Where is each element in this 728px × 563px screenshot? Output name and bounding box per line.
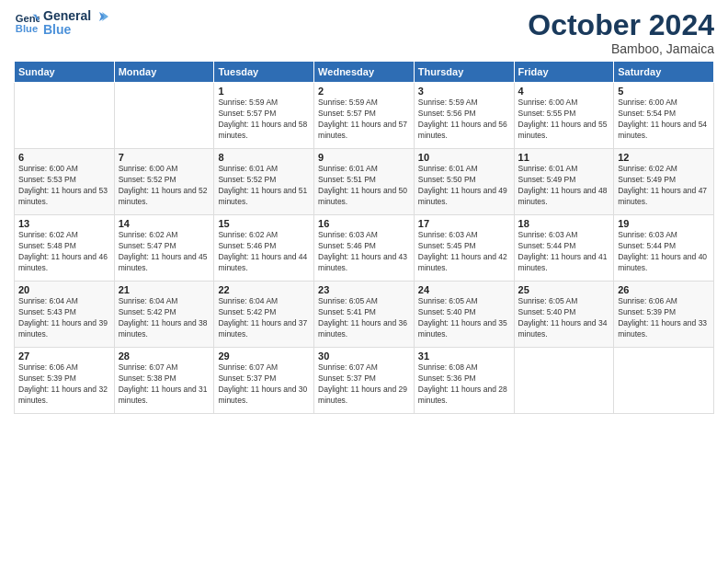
- day-number: 26: [618, 284, 710, 295]
- calendar-cell: 5Sunrise: 6:00 AMSunset: 5:54 PMDaylight…: [614, 83, 714, 149]
- day-number: 18: [518, 218, 610, 229]
- day-number: 27: [18, 350, 110, 362]
- calendar-cell: 6Sunrise: 6:00 AMSunset: 5:53 PMDaylight…: [15, 149, 115, 215]
- day-detail: Sunrise: 6:07 AMSunset: 5:38 PMDaylight:…: [119, 362, 210, 407]
- day-detail: Sunrise: 6:05 AMSunset: 5:41 PMDaylight:…: [318, 296, 410, 340]
- day-detail: Sunrise: 6:07 AMSunset: 5:37 PMDaylight:…: [218, 362, 310, 407]
- calendar-week-5: 27Sunrise: 6:06 AMSunset: 5:39 PMDayligh…: [15, 348, 714, 414]
- day-detail: Sunrise: 6:04 AMSunset: 5:42 PMDaylight:…: [119, 296, 210, 340]
- calendar-cell: 24Sunrise: 6:05 AMSunset: 5:40 PMDayligh…: [414, 282, 514, 348]
- title-block: October 2024 Bamboo, Jamaica: [528, 9, 714, 56]
- day-detail: Sunrise: 6:02 AMSunset: 5:47 PMDaylight:…: [119, 230, 210, 274]
- month-title: October 2024: [528, 9, 714, 41]
- calendar-cell: 22Sunrise: 6:04 AMSunset: 5:42 PMDayligh…: [214, 282, 314, 348]
- day-number: 7: [119, 152, 210, 163]
- day-detail: Sunrise: 6:07 AMSunset: 5:37 PMDaylight:…: [318, 362, 410, 407]
- calendar-table: SundayMondayTuesdayWednesdayThursdayFrid…: [14, 61, 714, 414]
- day-number: 16: [318, 218, 410, 229]
- logo-line2: Blue: [43, 23, 108, 37]
- day-detail: Sunrise: 6:02 AMSunset: 5:49 PMDaylight:…: [618, 164, 710, 208]
- day-number: 19: [618, 218, 710, 229]
- day-number: 30: [318, 350, 410, 362]
- day-detail: Sunrise: 5:59 AMSunset: 5:56 PMDaylight:…: [418, 98, 510, 142]
- calendar-cell: 31Sunrise: 6:08 AMSunset: 5:36 PMDayligh…: [414, 348, 514, 414]
- logo-line1: General: [43, 9, 108, 23]
- calendar-cell: 7Sunrise: 6:00 AMSunset: 5:52 PMDaylight…: [114, 149, 214, 215]
- day-number: 1: [218, 86, 310, 97]
- day-number: 17: [418, 218, 510, 229]
- day-number: 21: [119, 284, 210, 295]
- day-number: 20: [18, 284, 110, 295]
- calendar-cell: 19Sunrise: 6:03 AMSunset: 5:44 PMDayligh…: [614, 215, 714, 282]
- day-detail: Sunrise: 6:01 AMSunset: 5:51 PMDaylight:…: [318, 164, 410, 208]
- day-number: 9: [318, 152, 410, 163]
- day-detail: Sunrise: 6:05 AMSunset: 5:40 PMDaylight:…: [418, 296, 510, 340]
- weekday-header-saturday: Saturday: [614, 62, 714, 83]
- calendar-cell: [514, 348, 614, 414]
- day-number: 5: [618, 86, 710, 97]
- calendar-cell: 4Sunrise: 6:00 AMSunset: 5:55 PMDaylight…: [514, 83, 614, 149]
- day-number: 8: [218, 152, 310, 163]
- day-number: 25: [518, 284, 610, 295]
- calendar-cell: 21Sunrise: 6:04 AMSunset: 5:42 PMDayligh…: [114, 282, 214, 348]
- day-detail: Sunrise: 5:59 AMSunset: 5:57 PMDaylight:…: [218, 98, 310, 142]
- calendar-cell: 16Sunrise: 6:03 AMSunset: 5:46 PMDayligh…: [314, 215, 415, 282]
- calendar-cell: [114, 83, 214, 149]
- day-number: 23: [318, 284, 410, 295]
- day-number: 12: [618, 152, 710, 163]
- calendar-cell: [15, 83, 115, 149]
- calendar-cell: 17Sunrise: 6:03 AMSunset: 5:45 PMDayligh…: [414, 215, 514, 282]
- calendar-cell: [614, 348, 714, 414]
- page-container: General Blue General Blue October 2024 B…: [0, 0, 728, 423]
- calendar-week-3: 13Sunrise: 6:02 AMSunset: 5:48 PMDayligh…: [15, 215, 714, 282]
- calendar-cell: 30Sunrise: 6:07 AMSunset: 5:37 PMDayligh…: [314, 348, 415, 414]
- calendar-cell: 27Sunrise: 6:06 AMSunset: 5:39 PMDayligh…: [15, 348, 115, 414]
- header: General Blue General Blue October 2024 B…: [14, 9, 714, 56]
- day-detail: Sunrise: 6:00 AMSunset: 5:55 PMDaylight:…: [518, 98, 610, 142]
- day-detail: Sunrise: 6:04 AMSunset: 5:43 PMDaylight:…: [18, 296, 110, 340]
- calendar-cell: 12Sunrise: 6:02 AMSunset: 5:49 PMDayligh…: [614, 149, 714, 215]
- calendar-cell: 1Sunrise: 5:59 AMSunset: 5:57 PMDaylight…: [214, 83, 314, 149]
- weekday-header-wednesday: Wednesday: [314, 62, 415, 83]
- calendar-week-2: 6Sunrise: 6:00 AMSunset: 5:53 PMDaylight…: [15, 149, 714, 215]
- calendar-cell: 29Sunrise: 6:07 AMSunset: 5:37 PMDayligh…: [214, 348, 314, 414]
- day-detail: Sunrise: 6:04 AMSunset: 5:42 PMDaylight:…: [218, 296, 310, 340]
- day-detail: Sunrise: 6:03 AMSunset: 5:44 PMDaylight:…: [618, 230, 710, 274]
- day-detail: Sunrise: 6:08 AMSunset: 5:36 PMDaylight:…: [418, 362, 510, 407]
- calendar-cell: 8Sunrise: 6:01 AMSunset: 5:52 PMDaylight…: [214, 149, 314, 215]
- day-detail: Sunrise: 6:00 AMSunset: 5:54 PMDaylight:…: [618, 98, 710, 142]
- location-subtitle: Bamboo, Jamaica: [528, 41, 714, 56]
- calendar-cell: 25Sunrise: 6:05 AMSunset: 5:40 PMDayligh…: [514, 282, 614, 348]
- day-detail: Sunrise: 6:03 AMSunset: 5:44 PMDaylight:…: [518, 230, 610, 274]
- day-number: 13: [18, 218, 110, 229]
- day-number: 31: [418, 350, 510, 362]
- calendar-cell: 18Sunrise: 6:03 AMSunset: 5:44 PMDayligh…: [514, 215, 614, 282]
- logo: General Blue General Blue: [14, 9, 108, 38]
- day-number: 4: [518, 86, 610, 97]
- day-detail: Sunrise: 6:02 AMSunset: 5:48 PMDaylight:…: [18, 230, 110, 274]
- day-number: 10: [418, 152, 510, 163]
- day-detail: Sunrise: 6:01 AMSunset: 5:50 PMDaylight:…: [418, 164, 510, 208]
- calendar-cell: 3Sunrise: 5:59 AMSunset: 5:56 PMDaylight…: [414, 83, 514, 149]
- day-detail: Sunrise: 6:06 AMSunset: 5:39 PMDaylight:…: [18, 362, 110, 407]
- weekday-header-sunday: Sunday: [15, 62, 115, 83]
- day-detail: Sunrise: 6:01 AMSunset: 5:49 PMDaylight:…: [518, 164, 610, 208]
- calendar-cell: 2Sunrise: 5:59 AMSunset: 5:57 PMDaylight…: [314, 83, 415, 149]
- day-number: 29: [218, 350, 310, 362]
- day-number: 28: [119, 350, 210, 362]
- day-detail: Sunrise: 6:03 AMSunset: 5:45 PMDaylight:…: [418, 230, 510, 274]
- calendar-week-4: 20Sunrise: 6:04 AMSunset: 5:43 PMDayligh…: [15, 282, 714, 348]
- logo-chevron: [92, 10, 108, 23]
- day-number: 6: [18, 152, 110, 163]
- calendar-cell: 20Sunrise: 6:04 AMSunset: 5:43 PMDayligh…: [15, 282, 115, 348]
- calendar-week-1: 1Sunrise: 5:59 AMSunset: 5:57 PMDaylight…: [15, 83, 714, 149]
- weekday-header-monday: Monday: [114, 62, 214, 83]
- svg-text:Blue: Blue: [16, 24, 38, 35]
- calendar-cell: 10Sunrise: 6:01 AMSunset: 5:50 PMDayligh…: [414, 149, 514, 215]
- day-number: 22: [218, 284, 310, 295]
- day-number: 14: [119, 218, 210, 229]
- weekday-header-tuesday: Tuesday: [214, 62, 314, 83]
- calendar-cell: 13Sunrise: 6:02 AMSunset: 5:48 PMDayligh…: [15, 215, 115, 282]
- day-detail: Sunrise: 6:00 AMSunset: 5:52 PMDaylight:…: [119, 164, 210, 208]
- weekday-header-thursday: Thursday: [414, 62, 514, 83]
